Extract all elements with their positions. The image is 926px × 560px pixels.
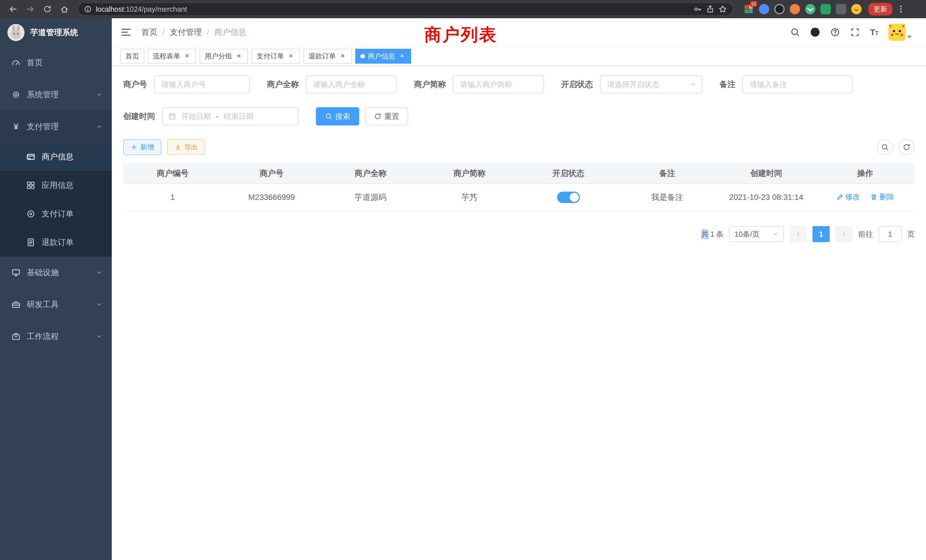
browser-reload-button[interactable]: [40, 2, 55, 17]
tab-process-form[interactable]: 流程表单: [148, 49, 196, 64]
full-name-input[interactable]: [306, 75, 397, 94]
sidebar-item-home[interactable]: 首页: [0, 47, 112, 79]
sidebar-item-refund-order[interactable]: 退款订单: [0, 228, 112, 257]
trash-icon: [870, 193, 878, 201]
search-icon[interactable]: [790, 27, 800, 37]
tab-merchant-info[interactable]: 商户信息: [355, 49, 411, 64]
browser-back-button[interactable]: [6, 2, 21, 17]
extension-icon-5[interactable]: [805, 4, 816, 14]
sidebar-item-infrastructure[interactable]: 基础设施: [0, 257, 112, 289]
goto-label: 前往: [858, 229, 873, 239]
password-key-icon[interactable]: [693, 5, 702, 14]
search-button[interactable]: 搜索: [316, 107, 359, 126]
sidebar-item-merchant-info[interactable]: 商户信息: [0, 142, 112, 171]
chevron-down-icon: [96, 91, 103, 98]
sidebar-item-system[interactable]: 系统管理: [0, 79, 112, 110]
app-frame: 芋道管理系统 首页 系统管理 支付管理: [0, 18, 926, 560]
url-bar[interactable]: localhost:1024/pay/merchant: [77, 2, 733, 16]
sidebar-item-app-info[interactable]: 应用信息: [0, 171, 112, 200]
circle-dot-icon: [26, 209, 35, 218]
bank-card-icon: [26, 152, 35, 161]
font-size-icon[interactable]: [870, 27, 879, 37]
browser-update-button[interactable]: 更新: [869, 3, 892, 15]
edit-button[interactable]: 修改: [836, 192, 860, 202]
status-toggle[interactable]: [557, 192, 580, 203]
tab-refund-order[interactable]: 退款订单: [303, 49, 352, 64]
refresh-table-button[interactable]: [899, 139, 915, 155]
sidebar-toggle-icon[interactable]: [120, 26, 133, 38]
cell-remark: 我是备注: [618, 184, 717, 211]
app-logo: 芋道管理系统: [0, 18, 112, 47]
extension-icon-7[interactable]: [836, 4, 846, 14]
prev-page-button[interactable]: [790, 226, 807, 242]
extension-icon-4[interactable]: [790, 4, 800, 14]
close-icon[interactable]: [183, 52, 191, 60]
extension-icon-3[interactable]: [774, 4, 785, 14]
extension-icon-6[interactable]: [820, 4, 831, 14]
chevron-down-icon: [772, 231, 779, 238]
extension-badge: 10: [750, 1, 757, 7]
filter-full-name: 商户全称: [267, 75, 397, 94]
browser-forward-button[interactable]: [23, 2, 38, 17]
close-icon[interactable]: [398, 52, 406, 60]
breadcrumb-pay[interactable]: 支付管理: [170, 27, 214, 38]
cell-full-name: 芋道源码: [321, 184, 420, 211]
dashboard-icon: [11, 58, 21, 67]
breadcrumb-home[interactable]: 首页: [141, 27, 170, 38]
help-icon[interactable]: [830, 27, 840, 37]
status-select[interactable]: 请选择开启状态: [600, 75, 702, 94]
page-size-select[interactable]: 10条/页: [729, 226, 784, 242]
sidebar-item-label: 研发工具: [27, 299, 59, 310]
tab-label: 退款订单: [309, 51, 336, 61]
github-icon[interactable]: [810, 27, 820, 37]
add-button[interactable]: 新增: [123, 139, 161, 155]
short-name-input[interactable]: [453, 75, 544, 94]
extension-icon-8[interactable]: [851, 4, 862, 14]
date-separator: -: [216, 112, 219, 121]
create-time-range-picker[interactable]: 开始日期 - 结束日期: [162, 107, 299, 126]
share-icon[interactable]: [706, 5, 714, 14]
export-button[interactable]: 导出: [167, 139, 205, 155]
goto-page-input[interactable]: [879, 226, 902, 242]
sidebar-item-pay[interactable]: 支付管理: [0, 110, 112, 142]
merchant-no-input[interactable]: [154, 75, 250, 94]
user-avatar[interactable]: [888, 24, 912, 41]
close-icon[interactable]: [287, 52, 295, 60]
tab-home[interactable]: 首页: [120, 49, 144, 64]
show-search-button[interactable]: [877, 139, 893, 155]
extension-icon-2[interactable]: [759, 4, 769, 14]
filter-short-name: 商户简称: [414, 75, 544, 94]
page-number-1[interactable]: 1: [813, 226, 830, 242]
extension-icon-1[interactable]: 10: [743, 4, 754, 14]
yen-icon: [11, 122, 21, 132]
close-icon[interactable]: [235, 52, 243, 60]
button-label: 新增: [140, 142, 154, 152]
breadcrumb: 首页 支付管理 商户信息: [141, 27, 246, 38]
close-icon[interactable]: [339, 52, 346, 60]
browser-menu-icon[interactable]: [895, 2, 907, 17]
reset-button[interactable]: 重置: [365, 107, 408, 126]
sidebar: 芋道管理系统 首页 系统管理 支付管理: [0, 18, 112, 560]
total-suffix: 条: [716, 229, 723, 239]
chevron-right-icon: [840, 230, 847, 238]
tab-pay-order[interactable]: 支付订单: [251, 49, 300, 64]
table-toolbar: 新增 导出: [123, 139, 915, 155]
sidebar-item-pay-order[interactable]: 支付订单: [0, 200, 112, 228]
browser-home-button[interactable]: [57, 2, 72, 17]
sidebar-item-workflow[interactable]: 工作流程: [0, 321, 112, 353]
tags-view-bar: 首页 流程表单 用户分组 支付订单 退款订单 商户信息: [112, 47, 926, 66]
chevron-up-icon: [96, 123, 103, 130]
sidebar-item-dev-tools[interactable]: 研发工具: [0, 289, 112, 321]
delete-button[interactable]: 删除: [870, 192, 894, 202]
field-label: 开启状态: [561, 79, 593, 90]
tab-user-group[interactable]: 用户分组: [200, 49, 248, 64]
fullscreen-icon[interactable]: [850, 27, 860, 37]
site-info-icon[interactable]: [84, 5, 92, 13]
chevron-down-icon: [96, 269, 103, 276]
pagination-total: 共 1 条: [701, 229, 723, 239]
remark-input[interactable]: [742, 75, 853, 94]
bookmark-star-icon[interactable]: [719, 5, 727, 14]
page-content: 商户号 商户全称 商户简称 开启状态 请选择开启状态: [112, 66, 926, 560]
next-page-button[interactable]: [835, 226, 852, 242]
avatar-caret-icon: [907, 36, 912, 38]
